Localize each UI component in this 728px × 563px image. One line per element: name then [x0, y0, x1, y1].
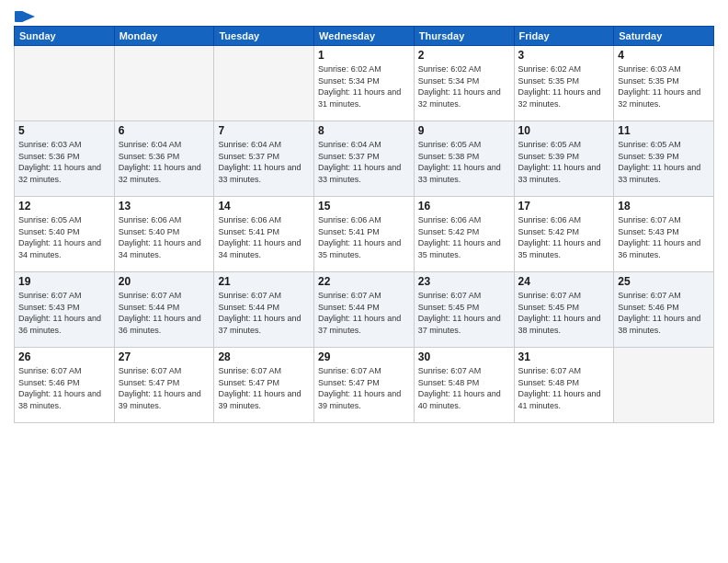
calendar-week-row: 12 Sunrise: 6:05 AM Sunset: 5:40 PM Dayl…: [15, 197, 714, 272]
day-info: Sunrise: 6:07 AM Sunset: 5:43 PM Dayligh…: [18, 290, 110, 336]
calendar-day-cell: 25 Sunrise: 6:07 AM Sunset: 5:46 PM Dayl…: [614, 272, 714, 348]
day-info: Sunrise: 6:05 AM Sunset: 5:39 PM Dayligh…: [518, 139, 610, 185]
day-info: Sunrise: 6:06 AM Sunset: 5:40 PM Dayligh…: [119, 214, 210, 260]
calendar-day-cell: 8 Sunrise: 6:04 AM Sunset: 5:37 PM Dayli…: [314, 121, 415, 197]
day-number: 28: [218, 350, 310, 363]
calendar-day-cell: 4 Sunrise: 6:03 AM Sunset: 5:35 PM Dayli…: [614, 46, 714, 121]
day-info: Sunrise: 6:03 AM Sunset: 5:36 PM Dayligh…: [18, 139, 110, 185]
day-number: 27: [119, 350, 210, 363]
day-number: 25: [618, 275, 710, 288]
day-number: 16: [418, 200, 510, 213]
logo-icon: [15, 9, 35, 24]
day-number: 4: [618, 49, 710, 62]
day-number: 19: [18, 275, 110, 288]
calendar-day-cell: 29 Sunrise: 6:07 AM Sunset: 5:47 PM Dayl…: [314, 348, 415, 423]
day-info: Sunrise: 6:07 AM Sunset: 5:44 PM Dayligh…: [318, 290, 410, 336]
day-info: Sunrise: 6:03 AM Sunset: 5:35 PM Dayligh…: [618, 63, 710, 109]
day-number: 20: [119, 275, 210, 288]
calendar-day-cell: 11 Sunrise: 6:05 AM Sunset: 5:39 PM Dayl…: [614, 121, 714, 197]
day-number: 29: [318, 350, 410, 363]
calendar-day-cell: 10 Sunrise: 6:05 AM Sunset: 5:39 PM Dayl…: [514, 121, 614, 197]
day-number: 22: [318, 275, 410, 288]
calendar-day-cell: 19 Sunrise: 6:07 AM Sunset: 5:43 PM Dayl…: [15, 272, 115, 348]
day-info: Sunrise: 6:07 AM Sunset: 5:45 PM Dayligh…: [418, 290, 510, 336]
calendar-day-cell: 9 Sunrise: 6:05 AM Sunset: 5:38 PM Dayli…: [414, 121, 514, 197]
day-info: Sunrise: 6:07 AM Sunset: 5:46 PM Dayligh…: [618, 290, 710, 336]
calendar-day-cell: [214, 46, 314, 121]
calendar-header-row: SundayMondayTuesdayWednesdayThursdayFrid…: [15, 27, 714, 46]
calendar-day-cell: 28 Sunrise: 6:07 AM Sunset: 5:47 PM Dayl…: [214, 348, 314, 423]
weekday-header: Tuesday: [214, 27, 314, 46]
day-info: Sunrise: 6:02 AM Sunset: 5:35 PM Dayligh…: [518, 63, 610, 109]
day-info: Sunrise: 6:06 AM Sunset: 5:42 PM Dayligh…: [418, 214, 510, 260]
day-info: Sunrise: 6:07 AM Sunset: 5:45 PM Dayligh…: [518, 290, 610, 336]
page-container: SundayMondayTuesdayWednesdayThursdayFrid…: [0, 0, 728, 563]
day-number: 14: [218, 200, 310, 213]
day-info: Sunrise: 6:07 AM Sunset: 5:43 PM Dayligh…: [618, 214, 710, 260]
calendar-day-cell: 12 Sunrise: 6:05 AM Sunset: 5:40 PM Dayl…: [15, 197, 115, 272]
svg-marker-0: [22, 11, 35, 22]
day-info: Sunrise: 6:07 AM Sunset: 5:44 PM Dayligh…: [218, 290, 310, 336]
weekday-header: Saturday: [614, 27, 714, 46]
svg-rect-1: [15, 11, 23, 22]
calendar-day-cell: 18 Sunrise: 6:07 AM Sunset: 5:43 PM Dayl…: [614, 197, 714, 272]
day-info: Sunrise: 6:06 AM Sunset: 5:41 PM Dayligh…: [318, 214, 410, 260]
day-info: Sunrise: 6:02 AM Sunset: 5:34 PM Dayligh…: [418, 63, 510, 109]
logo: [14, 9, 36, 20]
calendar-day-cell: 26 Sunrise: 6:07 AM Sunset: 5:46 PM Dayl…: [15, 348, 115, 423]
calendar-day-cell: 30 Sunrise: 6:07 AM Sunset: 5:48 PM Dayl…: [414, 348, 514, 423]
calendar-day-cell: 21 Sunrise: 6:07 AM Sunset: 5:44 PM Dayl…: [214, 272, 314, 348]
day-number: 21: [218, 275, 310, 288]
calendar-day-cell: 27 Sunrise: 6:07 AM Sunset: 5:47 PM Dayl…: [114, 348, 214, 423]
day-info: Sunrise: 6:02 AM Sunset: 5:34 PM Dayligh…: [318, 63, 410, 109]
day-info: Sunrise: 6:06 AM Sunset: 5:41 PM Dayligh…: [218, 214, 310, 260]
weekday-header: Sunday: [15, 27, 115, 46]
calendar-day-cell: 31 Sunrise: 6:07 AM Sunset: 5:48 PM Dayl…: [514, 348, 614, 423]
calendar-day-cell: 16 Sunrise: 6:06 AM Sunset: 5:42 PM Dayl…: [414, 197, 514, 272]
day-number: 23: [418, 275, 510, 288]
day-number: 8: [318, 124, 410, 137]
day-info: Sunrise: 6:04 AM Sunset: 5:37 PM Dayligh…: [318, 139, 410, 185]
calendar-day-cell: 6 Sunrise: 6:04 AM Sunset: 5:36 PM Dayli…: [114, 121, 214, 197]
day-info: Sunrise: 6:05 AM Sunset: 5:40 PM Dayligh…: [18, 214, 110, 260]
day-number: 2: [418, 49, 510, 62]
day-number: 26: [18, 350, 110, 363]
calendar-week-row: 19 Sunrise: 6:07 AM Sunset: 5:43 PM Dayl…: [15, 272, 714, 348]
day-number: 7: [218, 124, 310, 137]
calendar-day-cell: 14 Sunrise: 6:06 AM Sunset: 5:41 PM Dayl…: [214, 197, 314, 272]
day-info: Sunrise: 6:05 AM Sunset: 5:39 PM Dayligh…: [618, 139, 710, 185]
day-info: Sunrise: 6:05 AM Sunset: 5:38 PM Dayligh…: [418, 139, 510, 185]
day-number: 31: [518, 350, 610, 363]
day-number: 13: [119, 200, 210, 213]
day-number: 30: [418, 350, 510, 363]
day-number: 24: [518, 275, 610, 288]
day-number: 12: [18, 200, 110, 213]
calendar-day-cell: 20 Sunrise: 6:07 AM Sunset: 5:44 PM Dayl…: [114, 272, 214, 348]
day-number: 6: [119, 124, 210, 137]
day-info: Sunrise: 6:07 AM Sunset: 5:47 PM Dayligh…: [318, 365, 410, 411]
day-info: Sunrise: 6:04 AM Sunset: 5:37 PM Dayligh…: [218, 139, 310, 185]
calendar-day-cell: 23 Sunrise: 6:07 AM Sunset: 5:45 PM Dayl…: [414, 272, 514, 348]
calendar-day-cell: 7 Sunrise: 6:04 AM Sunset: 5:37 PM Dayli…: [214, 121, 314, 197]
day-number: 11: [618, 124, 710, 137]
day-number: 9: [418, 124, 510, 137]
weekday-header: Friday: [514, 27, 614, 46]
weekday-header: Thursday: [414, 27, 514, 46]
day-info: Sunrise: 6:07 AM Sunset: 5:46 PM Dayligh…: [18, 365, 110, 411]
calendar-week-row: 5 Sunrise: 6:03 AM Sunset: 5:36 PM Dayli…: [15, 121, 714, 197]
day-info: Sunrise: 6:07 AM Sunset: 5:47 PM Dayligh…: [218, 365, 310, 411]
header: [14, 9, 714, 20]
day-number: 17: [518, 200, 610, 213]
day-number: 5: [18, 124, 110, 137]
calendar-day-cell: 2 Sunrise: 6:02 AM Sunset: 5:34 PM Dayli…: [414, 46, 514, 121]
calendar-day-cell: [614, 348, 714, 423]
day-number: 1: [318, 49, 410, 62]
day-number: 10: [518, 124, 610, 137]
day-info: Sunrise: 6:06 AM Sunset: 5:42 PM Dayligh…: [518, 214, 610, 260]
day-number: 18: [618, 200, 710, 213]
day-number: 3: [518, 49, 610, 62]
calendar-day-cell: 24 Sunrise: 6:07 AM Sunset: 5:45 PM Dayl…: [514, 272, 614, 348]
calendar-day-cell: 15 Sunrise: 6:06 AM Sunset: 5:41 PM Dayl…: [314, 197, 415, 272]
calendar-week-row: 26 Sunrise: 6:07 AM Sunset: 5:46 PM Dayl…: [15, 348, 714, 423]
day-number: 15: [318, 200, 410, 213]
